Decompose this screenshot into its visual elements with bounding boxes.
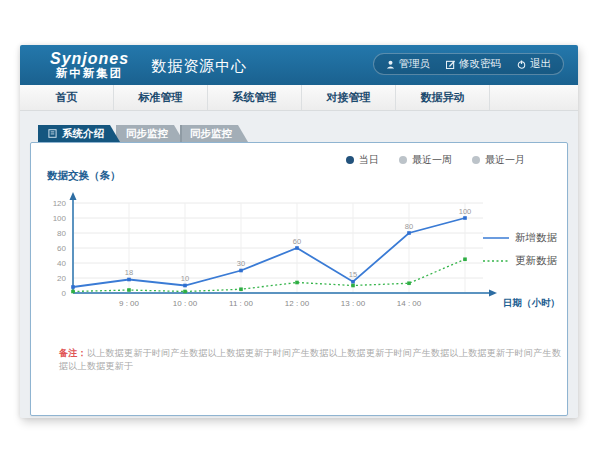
tab-2[interactable]: 同步监控 — [116, 125, 184, 142]
legend-label: 新增数据 — [515, 231, 557, 245]
app-window: Synjones 新中新集团 数据资源中心 管理员 修改密码 退出 首页标准 — [20, 45, 578, 418]
app-header: Synjones 新中新集团 数据资源中心 管理员 修改密码 退出 — [20, 45, 578, 85]
time-filter-group: 当日最近一周最近一月 — [346, 153, 525, 167]
svg-text:13 : 00: 13 : 00 — [341, 299, 366, 308]
svg-text:18: 18 — [125, 268, 133, 277]
filter-radio-1[interactable]: 当日 — [346, 153, 379, 167]
logout-link[interactable]: 退出 — [517, 57, 551, 71]
svg-text:100: 100 — [53, 214, 67, 223]
svg-text:0: 0 — [62, 289, 67, 298]
svg-text:20: 20 — [57, 274, 66, 283]
svg-text:10: 10 — [181, 274, 189, 283]
filter-radio-3[interactable]: 最近一月 — [472, 153, 525, 167]
logout-label: 退出 — [530, 57, 551, 71]
svg-text:80: 80 — [405, 222, 413, 231]
tab-label: 同步监控 — [126, 127, 168, 141]
power-icon — [517, 60, 526, 69]
tab-label: 同步监控 — [190, 127, 232, 141]
nav-item-1[interactable]: 首页 — [20, 85, 114, 110]
svg-text:日期（小时）: 日期（小时） — [503, 297, 560, 309]
logo: Synjones 新中新集团 — [50, 51, 129, 80]
tab-3[interactable]: 同步监控 — [180, 125, 248, 142]
user-menu[interactable]: 管理员 — [386, 57, 431, 71]
svg-text:11 : 00: 11 : 00 — [229, 299, 253, 308]
logo-text-en: Synjones — [50, 51, 129, 68]
svg-text:100: 100 — [459, 207, 472, 216]
svg-text:15: 15 — [349, 270, 357, 279]
chart-legend: 新增数据更新数据 — [483, 231, 557, 268]
nav-item-3[interactable]: 系统管理 — [208, 85, 302, 110]
svg-text:120: 120 — [53, 199, 67, 208]
user-name: 管理员 — [399, 57, 431, 71]
legend-item-1: 新增数据 — [483, 231, 557, 245]
user-pill: 管理员 修改密码 退出 — [373, 53, 565, 75]
svg-text:14 : 00: 14 : 00 — [397, 299, 422, 308]
nav-item-2[interactable]: 标准管理 — [114, 85, 208, 110]
footer-note-label: 备注： — [59, 348, 87, 358]
content-panel: 当日最近一周最近一月 数据交换（条） 0204060801001209 : 00… — [30, 142, 568, 416]
svg-text:60: 60 — [57, 244, 66, 253]
content-area: 系统介绍同步监控同步监控 当日最近一周最近一月 数据交换（条） 02040608… — [20, 111, 578, 417]
nav-item-4[interactable]: 对接管理 — [302, 85, 396, 110]
svg-text:10 : 00: 10 : 00 — [173, 299, 198, 308]
svg-text:9 : 00: 9 : 00 — [119, 299, 140, 308]
tab-1[interactable]: 系统介绍 — [38, 125, 120, 142]
filter-label: 最近一月 — [485, 153, 525, 167]
logo-text-cn: 新中新集团 — [50, 67, 129, 79]
tab-bar: 系统介绍同步监控同步监控 — [38, 125, 568, 142]
legend-label: 更新数据 — [515, 254, 557, 268]
main-nav: 首页标准管理系统管理对接管理数据异动 — [20, 85, 578, 111]
svg-text:12 : 00: 12 : 00 — [285, 299, 310, 308]
filter-radio-2[interactable]: 最近一周 — [399, 153, 452, 167]
app-title: 数据资源中心 — [151, 57, 247, 76]
document-icon — [48, 129, 57, 138]
footer-note: 备注：以上数据更新于时间产生数据以上数据更新于时间产生数据以上数据更新于时间产生… — [59, 347, 567, 373]
y-axis-title: 数据交换（条） — [47, 169, 567, 183]
change-password-link[interactable]: 修改密码 — [446, 57, 501, 71]
edit-icon — [446, 60, 455, 69]
user-icon — [386, 60, 395, 69]
svg-text:40: 40 — [57, 259, 66, 268]
svg-text:80: 80 — [57, 229, 66, 238]
chart-container: 0204060801001209 : 0010 : 0011 : 0012 : … — [31, 185, 567, 323]
legend-line-sample — [483, 258, 509, 264]
footer-note-text: 以上数据更新于时间产生数据以上数据更新于时间产生数据以上数据更新于时间产生数据以… — [59, 348, 561, 371]
filter-label: 当日 — [359, 153, 379, 167]
change-password-label: 修改密码 — [459, 57, 501, 71]
nav-item-5[interactable]: 数据异动 — [396, 85, 490, 110]
tab-label: 系统介绍 — [62, 127, 104, 141]
legend-line-sample — [483, 235, 509, 241]
svg-text:60: 60 — [293, 237, 301, 246]
svg-text:30: 30 — [237, 259, 245, 268]
radio-dot-icon — [399, 156, 407, 164]
filter-label: 最近一周 — [412, 153, 452, 167]
page-background: Synjones 新中新集团 数据资源中心 管理员 修改密码 退出 首页标准 — [0, 0, 600, 450]
radio-dot-icon — [346, 156, 354, 164]
legend-item-2: 更新数据 — [483, 254, 557, 268]
radio-dot-icon — [472, 156, 480, 164]
